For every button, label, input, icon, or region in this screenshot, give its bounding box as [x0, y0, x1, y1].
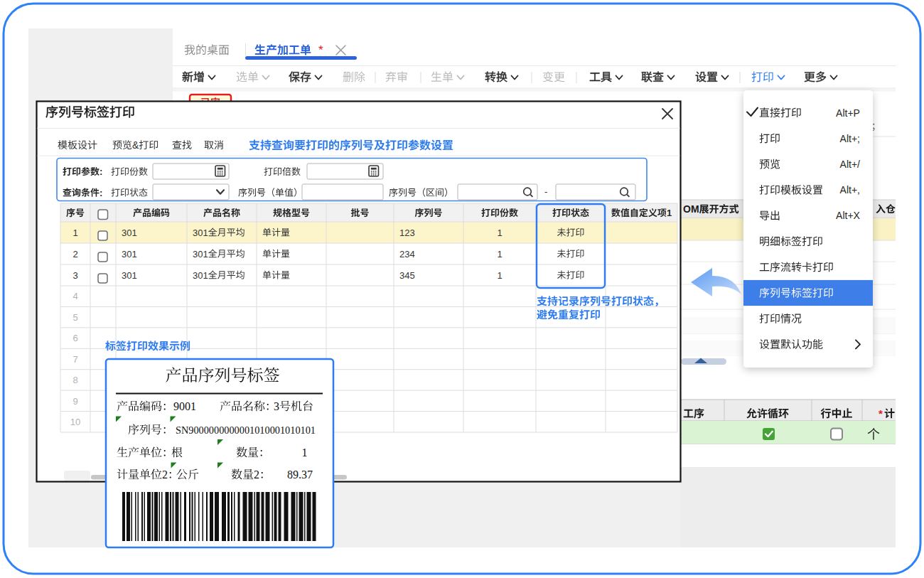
- svg-text:10: 10: [70, 417, 80, 427]
- svg-text:123: 123: [399, 228, 415, 238]
- svg-text:1: 1: [72, 228, 77, 238]
- svg-text:-: -: [544, 186, 547, 197]
- svg-text:6: 6: [72, 333, 77, 343]
- svg-text:2: 2: [254, 469, 259, 481]
- svg-text:Alt+X: Alt+X: [836, 210, 861, 221]
- svg-text:301: 301: [193, 228, 208, 238]
- svg-text:301: 301: [193, 249, 208, 259]
- svg-text:301: 301: [193, 270, 208, 281]
- svg-text:2: 2: [162, 469, 168, 481]
- svg-text:*: *: [318, 43, 323, 57]
- svg-text:3: 3: [72, 270, 77, 281]
- svg-text:Alt+,: Alt+,: [840, 184, 860, 196]
- svg-text:1: 1: [302, 446, 308, 459]
- svg-text:7: 7: [72, 354, 77, 365]
- svg-text:301: 301: [122, 270, 137, 281]
- svg-text:301: 301: [122, 249, 137, 259]
- svg-text:OM: OM: [683, 203, 699, 215]
- svg-text:8: 8: [72, 375, 77, 385]
- svg-text:1: 1: [497, 270, 502, 281]
- svg-text:234: 234: [399, 249, 415, 259]
- svg-text::: :: [100, 188, 102, 198]
- svg-text:1: 1: [667, 208, 672, 218]
- svg-text:345: 345: [399, 270, 415, 281]
- svg-text:&: &: [132, 139, 139, 151]
- svg-text:Alt+P: Alt+P: [836, 107, 860, 119]
- svg-text:3: 3: [274, 400, 279, 412]
- svg-text::: :: [100, 166, 102, 177]
- svg-text:SN9000000000001010001010101: SN9000000000001010001010101: [176, 424, 316, 436]
- svg-text:89.37: 89.37: [287, 469, 313, 481]
- svg-text:9001: 9001: [173, 400, 196, 412]
- svg-text:*: *: [879, 407, 883, 419]
- svg-text:4: 4: [72, 291, 77, 301]
- svg-text:301: 301: [122, 228, 137, 238]
- svg-text:1: 1: [497, 228, 502, 238]
- svg-text:5: 5: [72, 312, 77, 323]
- svg-text:9: 9: [72, 396, 77, 407]
- svg-text:Alt+;: Alt+;: [840, 133, 860, 144]
- svg-text:2: 2: [72, 249, 77, 259]
- svg-text:1: 1: [497, 249, 502, 259]
- svg-text:Alt+/: Alt+/: [840, 159, 861, 170]
